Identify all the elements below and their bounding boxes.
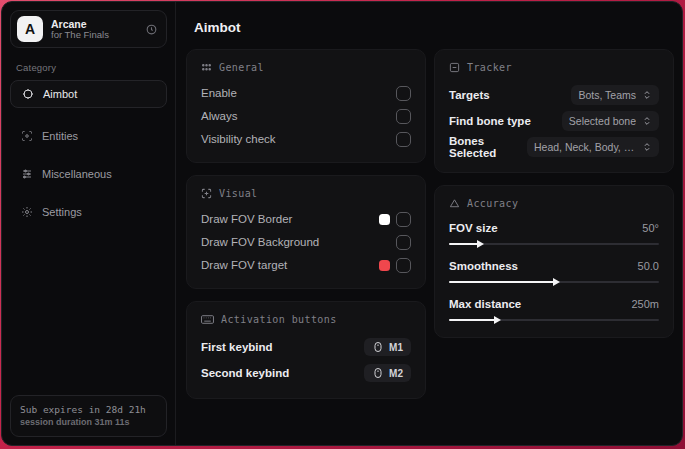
sub-expiry-text: Sub expires in 28d 21h — [20, 403, 157, 416]
visual-card: Visual Draw FOV Border Draw FOV Backgrou… — [186, 175, 426, 289]
mouse-icon — [372, 341, 384, 353]
visibility-check-label: Visibility check — [201, 133, 276, 145]
sidebar-item-entities[interactable]: Entities — [10, 122, 167, 150]
targets-value: Bots, Teams — [578, 89, 636, 101]
slider-row: Max distance 250m — [449, 294, 659, 314]
mouse-icon — [372, 367, 384, 379]
right-column: Tracker Targets Bots, Teams Find bone ty… — [434, 49, 674, 411]
chevrons-up-down-icon — [642, 90, 652, 100]
draw-fov-border-label: Draw FOV Border — [201, 213, 292, 225]
activation-card: Activation buttons First keybind M1 Seco… — [186, 301, 426, 399]
visual-card-title: Visual — [219, 188, 258, 199]
second-keybind-label: Second keybind — [201, 367, 289, 379]
general-card-header: General — [201, 62, 411, 73]
always-checkbox[interactable] — [396, 109, 411, 124]
sliders-icon — [20, 168, 33, 180]
max-distance-value: 250m — [631, 298, 659, 310]
sidebar-item-label: Entities — [42, 130, 78, 142]
main-content: Aimbot General Enable — [176, 2, 683, 445]
keybind-row: Second keybind M2 — [201, 360, 411, 386]
brand-name: Arcane — [51, 18, 137, 30]
keybind-value: M1 — [389, 342, 403, 353]
targets-dropdown[interactable]: Bots, Teams — [571, 85, 659, 105]
fov-size-slider[interactable] — [449, 243, 659, 245]
slider-thumb[interactable] — [494, 316, 501, 324]
sidebar: A Arcane for The Finals Category Aimbot — [2, 2, 176, 445]
grid-icon — [201, 62, 212, 73]
visual-row: Draw FOV target — [201, 254, 411, 276]
keyboard-icon — [201, 314, 214, 325]
slider-row: FOV size 50° — [449, 218, 659, 238]
sidebar-item-miscellaneous[interactable]: Miscellaneous — [10, 160, 167, 188]
general-card-title: General — [219, 62, 264, 73]
find-bone-type-dropdown[interactable]: Selected bone — [562, 111, 659, 131]
general-card: General Enable Always Visibility check — [186, 49, 426, 163]
draw-fov-background-checkbox[interactable] — [396, 235, 411, 250]
tracker-row: Bones Selected Head, Neck, Body, Pe.. — [449, 134, 659, 160]
session-duration-text: session duration 31m 11s — [20, 416, 157, 429]
fov-border-color-swatch[interactable] — [379, 214, 390, 225]
triangle-icon — [449, 198, 460, 209]
general-row: Enable — [201, 82, 411, 104]
visibility-check-checkbox[interactable] — [396, 132, 411, 147]
category-label: Category — [16, 62, 167, 73]
general-row: Always — [201, 105, 411, 127]
activation-card-title: Activation buttons — [221, 314, 337, 325]
enable-checkbox[interactable] — [396, 86, 411, 101]
visual-row: Draw FOV Background — [201, 231, 411, 253]
tracker-card-title: Tracker — [467, 62, 512, 73]
find-bone-type-label: Find bone type — [449, 115, 531, 127]
app-logo: A — [17, 16, 43, 42]
subscription-info: Sub expires in 28d 21h session duration … — [10, 395, 167, 437]
sidebar-item-label: Settings — [42, 206, 82, 218]
fov-target-color-swatch[interactable] — [379, 260, 390, 271]
draw-fov-target-checkbox[interactable] — [396, 258, 411, 273]
crosshair-icon — [21, 88, 34, 100]
accuracy-card: Accuracy FOV size 50° Smoothness 50.0 — [434, 185, 674, 338]
visual-card-header: Visual — [201, 188, 411, 199]
app-window: A Arcane for The Finals Category Aimbot — [1, 1, 683, 446]
focus-plus-icon — [201, 188, 212, 199]
sidebar-item-settings[interactable]: Settings — [10, 198, 167, 226]
square-minus-icon — [449, 62, 460, 73]
smoothness-slider[interactable] — [449, 281, 659, 283]
fov-size-value: 50° — [642, 222, 659, 234]
chevrons-up-down-icon — [642, 116, 652, 126]
max-distance-slider[interactable] — [449, 319, 659, 321]
tracker-row: Find bone type Selected bone — [449, 108, 659, 134]
enable-label: Enable — [201, 87, 237, 99]
refresh-icon[interactable] — [145, 23, 158, 36]
keybind-row: First keybind M1 — [201, 334, 411, 360]
draw-fov-target-label: Draw FOV target — [201, 259, 287, 271]
first-keybind-label: First keybind — [201, 341, 273, 353]
left-column: General Enable Always Visibility check — [186, 49, 426, 411]
slider-thumb[interactable] — [553, 278, 560, 286]
fov-size-label: FOV size — [449, 222, 498, 234]
scan-eye-icon — [20, 130, 33, 142]
first-keybind-button[interactable]: M1 — [364, 338, 411, 356]
accuracy-card-title: Accuracy — [467, 198, 518, 209]
tracker-card: Tracker Targets Bots, Teams Find bone ty… — [434, 49, 674, 173]
bones-selected-label: Bones Selected — [449, 135, 527, 159]
smoothness-value: 50.0 — [638, 260, 659, 272]
sidebar-item-aimbot[interactable]: Aimbot — [10, 80, 167, 108]
keybind-value: M2 — [389, 368, 403, 379]
slider-thumb[interactable] — [477, 240, 484, 248]
activation-card-header: Activation buttons — [201, 314, 411, 325]
gear-icon — [20, 206, 33, 218]
draw-fov-background-label: Draw FOV Background — [201, 236, 319, 248]
max-distance-label: Max distance — [449, 298, 521, 310]
draw-fov-border-checkbox[interactable] — [396, 212, 411, 227]
bones-selected-dropdown[interactable]: Head, Neck, Body, Pe.. — [527, 137, 659, 157]
tracker-card-header: Tracker — [449, 62, 659, 73]
general-row: Visibility check — [201, 128, 411, 150]
smoothness-label: Smoothness — [449, 260, 518, 272]
visual-row: Draw FOV Border — [201, 208, 411, 230]
second-keybind-button[interactable]: M2 — [364, 364, 411, 382]
brand-subtitle: for The Finals — [51, 30, 137, 41]
accuracy-card-header: Accuracy — [449, 198, 659, 209]
brand-text: Arcane for The Finals — [51, 18, 137, 41]
tracker-row: Targets Bots, Teams — [449, 82, 659, 108]
always-label: Always — [201, 110, 237, 122]
sidebar-item-label: Miscellaneous — [42, 168, 112, 180]
